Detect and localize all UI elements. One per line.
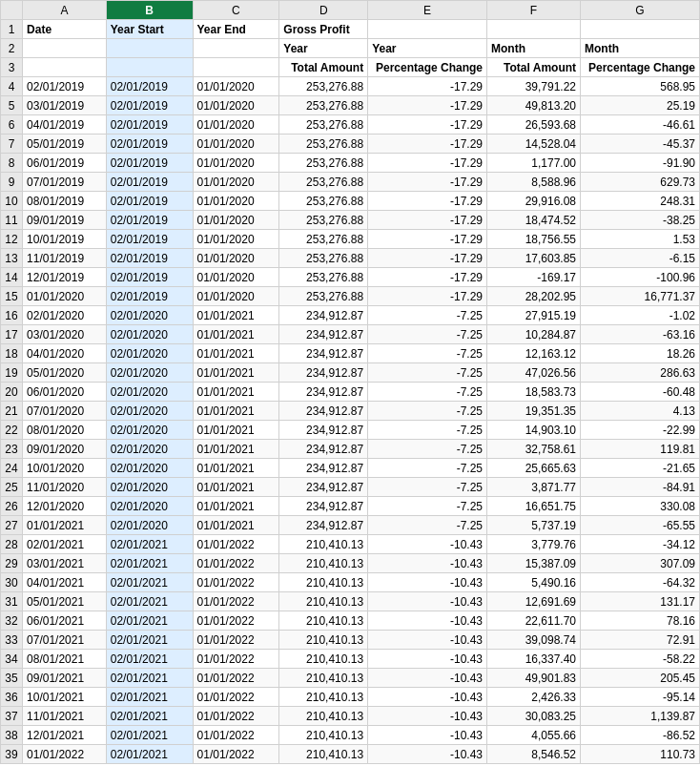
cell-f-18[interactable]: 47,026.56 xyxy=(487,363,581,383)
cell-f-12[interactable]: 17,603.85 xyxy=(487,249,581,268)
cell-d-38[interactable]: 210,410.13 xyxy=(279,745,368,764)
cell-c-14[interactable]: 01/01/2020 xyxy=(193,287,279,306)
cell-g-24[interactable]: -84.91 xyxy=(581,478,700,497)
cell-f3[interactable]: Total Amount xyxy=(487,58,581,77)
cell-g-18[interactable]: 286.63 xyxy=(581,363,700,383)
cell-a-34[interactable]: 09/01/2021 xyxy=(23,669,107,688)
cell-f-36[interactable]: 30,083.25 xyxy=(487,707,581,726)
cell-a-9[interactable]: 08/01/2019 xyxy=(23,192,107,211)
cell-a-23[interactable]: 10/01/2020 xyxy=(23,459,107,478)
cell-b-26[interactable]: 02/01/2020 xyxy=(106,516,193,535)
cell-f-31[interactable]: 22,611.70 xyxy=(487,611,581,631)
cell-b-10[interactable]: 02/01/2019 xyxy=(106,211,193,230)
cell-f-33[interactable]: 16,337.40 xyxy=(487,650,581,669)
cell-g-23[interactable]: -21.65 xyxy=(581,459,700,478)
cell-d-34[interactable]: 210,410.13 xyxy=(279,669,368,688)
cell-c1[interactable]: Year End xyxy=(193,20,279,39)
cell-c-21[interactable]: 01/01/2021 xyxy=(193,421,279,440)
cell-c-26[interactable]: 01/01/2021 xyxy=(193,516,279,535)
cell-a-16[interactable]: 03/01/2020 xyxy=(23,325,107,344)
cell-g-14[interactable]: 16,771.37 xyxy=(581,287,700,306)
cell-b1[interactable]: Year Start xyxy=(106,20,193,39)
cell-c-29[interactable]: 01/01/2022 xyxy=(193,573,279,592)
cell-c2[interactable] xyxy=(193,39,279,58)
cell-f-19[interactable]: 18,583.73 xyxy=(487,383,581,402)
cell-d-22[interactable]: 234,912.87 xyxy=(279,440,368,459)
cell-f-10[interactable]: 18,474.52 xyxy=(487,211,581,230)
cell-e-36[interactable]: -10.43 xyxy=(368,707,487,726)
cell-d-23[interactable]: 234,912.87 xyxy=(279,459,368,478)
cell-b-6[interactable]: 02/01/2019 xyxy=(106,135,193,154)
cell-c-6[interactable]: 01/01/2020 xyxy=(193,135,279,154)
cell-c-15[interactable]: 01/01/2021 xyxy=(193,306,279,325)
cell-f-16[interactable]: 10,284.87 xyxy=(487,325,581,344)
cell-g-19[interactable]: -60.48 xyxy=(581,383,700,402)
cell-f-32[interactable]: 39,098.74 xyxy=(487,631,581,650)
cell-e-25[interactable]: -7.25 xyxy=(368,497,487,516)
cell-c3[interactable] xyxy=(193,58,279,77)
cell-d-26[interactable]: 234,912.87 xyxy=(279,516,368,535)
cell-g-33[interactable]: -58.22 xyxy=(581,650,700,669)
cell-a1[interactable]: Date xyxy=(23,20,107,39)
cell-a-11[interactable]: 10/01/2019 xyxy=(23,230,107,249)
cell-c-20[interactable]: 01/01/2021 xyxy=(193,402,279,421)
col-header-f[interactable]: F xyxy=(487,1,581,20)
cell-d-21[interactable]: 234,912.87 xyxy=(279,421,368,440)
cell-b-31[interactable]: 02/01/2021 xyxy=(106,611,193,631)
cell-a-13[interactable]: 12/01/2019 xyxy=(23,268,107,287)
cell-f-6[interactable]: 14,528.04 xyxy=(487,135,581,154)
cell-c-5[interactable]: 01/01/2020 xyxy=(193,115,279,135)
col-header-e[interactable]: E xyxy=(368,1,487,20)
cell-d-7[interactable]: 253,276.88 xyxy=(279,154,368,173)
cell-a-28[interactable]: 03/01/2021 xyxy=(23,554,107,573)
cell-e-8[interactable]: -17.29 xyxy=(368,173,487,192)
cell-e-29[interactable]: -10.43 xyxy=(368,573,487,592)
cell-a-31[interactable]: 06/01/2021 xyxy=(23,611,107,631)
cell-a2[interactable] xyxy=(23,39,107,58)
cell-g-15[interactable]: -1.02 xyxy=(581,306,700,325)
cell-c-33[interactable]: 01/01/2022 xyxy=(193,650,279,669)
col-header-a[interactable]: A xyxy=(23,1,107,20)
cell-b-12[interactable]: 02/01/2019 xyxy=(106,249,193,268)
cell-e-6[interactable]: -17.29 xyxy=(368,135,487,154)
cell-b-14[interactable]: 02/01/2019 xyxy=(106,287,193,306)
cell-d-10[interactable]: 253,276.88 xyxy=(279,211,368,230)
cell-e-19[interactable]: -7.25 xyxy=(368,383,487,402)
cell-a-14[interactable]: 01/01/2020 xyxy=(23,287,107,306)
cell-g-22[interactable]: 119.81 xyxy=(581,440,700,459)
cell-g-3[interactable]: 568.95 xyxy=(581,77,700,96)
cell-f-27[interactable]: 3,779.76 xyxy=(487,535,581,554)
cell-c-8[interactable]: 01/01/2020 xyxy=(193,173,279,192)
cell-f-38[interactable]: 8,546.52 xyxy=(487,745,581,764)
cell-g-8[interactable]: 629.73 xyxy=(581,173,700,192)
cell-b-21[interactable]: 02/01/2020 xyxy=(106,421,193,440)
cell-c-31[interactable]: 01/01/2022 xyxy=(193,611,279,631)
cell-b-8[interactable]: 02/01/2019 xyxy=(106,173,193,192)
cell-b-38[interactable]: 02/01/2021 xyxy=(106,745,193,764)
cell-c-30[interactable]: 01/01/2022 xyxy=(193,592,279,611)
cell-g-17[interactable]: 18.26 xyxy=(581,344,700,363)
cell-e-22[interactable]: -7.25 xyxy=(368,440,487,459)
cell-c-19[interactable]: 01/01/2021 xyxy=(193,383,279,402)
cell-e-14[interactable]: -17.29 xyxy=(368,287,487,306)
cell-b-33[interactable]: 02/01/2021 xyxy=(106,650,193,669)
cell-b-9[interactable]: 02/01/2019 xyxy=(106,192,193,211)
cell-b-24[interactable]: 02/01/2020 xyxy=(106,478,193,497)
cell-c-4[interactable]: 01/01/2020 xyxy=(193,96,279,115)
cell-f-22[interactable]: 32,758.61 xyxy=(487,440,581,459)
cell-c-3[interactable]: 01/01/2020 xyxy=(193,77,279,96)
cell-d-28[interactable]: 210,410.13 xyxy=(279,554,368,573)
cell-d-8[interactable]: 253,276.88 xyxy=(279,173,368,192)
cell-b-4[interactable]: 02/01/2019 xyxy=(106,96,193,115)
cell-d-36[interactable]: 210,410.13 xyxy=(279,707,368,726)
cell-e-30[interactable]: -10.43 xyxy=(368,592,487,611)
cell-d-25[interactable]: 234,912.87 xyxy=(279,497,368,516)
cell-c-12[interactable]: 01/01/2020 xyxy=(193,249,279,268)
cell-e3[interactable]: Percentage Change xyxy=(368,58,487,77)
cell-f-14[interactable]: 28,202.95 xyxy=(487,287,581,306)
cell-a-24[interactable]: 11/01/2020 xyxy=(23,478,107,497)
cell-f-20[interactable]: 19,351.35 xyxy=(487,402,581,421)
cell-d-17[interactable]: 234,912.87 xyxy=(279,344,368,363)
cell-g-32[interactable]: 72.91 xyxy=(581,631,700,650)
cell-a-33[interactable]: 08/01/2021 xyxy=(23,650,107,669)
